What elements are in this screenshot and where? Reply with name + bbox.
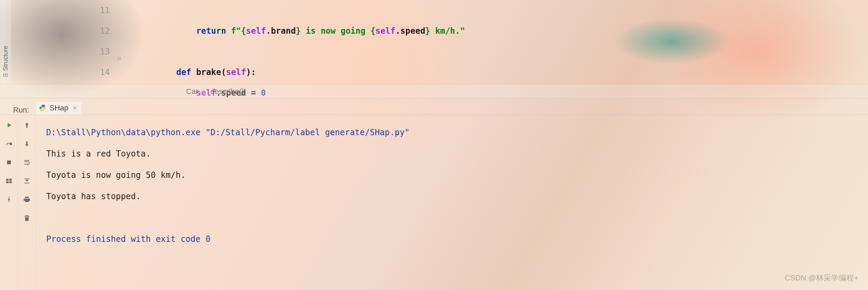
breadcrumb[interactable]: Car › describe() <box>0 84 868 98</box>
line-number[interactable]: 11 <box>100 0 110 21</box>
print-button[interactable] <box>22 195 32 204</box>
line-number[interactable]: 14 <box>100 62 110 83</box>
soft-wrap-button[interactable] <box>22 158 32 167</box>
line-number[interactable]: 13⊟ <box>100 41 110 62</box>
chevron-right-icon: › <box>203 87 205 96</box>
down-arrow-icon[interactable] <box>22 139 32 149</box>
structure-tool-window-button[interactable]: ⠿Structure <box>0 0 11 84</box>
code-editor[interactable]: ⠿Structure 11 12 13⊟ 14 return f"{self.b… <box>0 0 868 84</box>
console-command: D:\Stall\Python\data\python.exe "D:/Stal… <box>46 122 868 143</box>
fold-toggle-icon[interactable]: ⊟ <box>118 48 123 54</box>
console-line: Toyota has stopped. <box>46 186 868 207</box>
stop-button[interactable] <box>4 158 14 167</box>
line-number-gutter[interactable]: 11 12 13⊟ 14 <box>11 0 130 84</box>
python-file-icon <box>39 104 47 112</box>
settings-button[interactable] <box>4 139 14 149</box>
line-number[interactable]: 12 <box>100 21 110 41</box>
console-line <box>46 207 868 228</box>
console-line: Toyota is now going 50 km/h. <box>46 164 868 186</box>
run-tool-window: Run: SHap × <box>0 98 868 290</box>
breadcrumb-class[interactable]: Car <box>186 87 198 96</box>
run-config-tab[interactable]: SHap × <box>35 101 82 115</box>
run-toolbar-primary <box>0 115 18 290</box>
scroll-to-end-button[interactable] <box>22 176 32 186</box>
breadcrumb-method[interactable]: describe() <box>211 87 244 96</box>
console-line: This is a red Toyota. <box>46 143 868 164</box>
pin-button[interactable] <box>4 195 14 204</box>
run-label: Run: <box>13 106 29 115</box>
close-icon[interactable]: × <box>73 104 77 112</box>
run-toolbar-secondary <box>18 115 36 290</box>
run-tab-name: SHap <box>49 104 68 112</box>
rerun-button[interactable] <box>4 120 14 130</box>
trash-button[interactable] <box>22 213 32 223</box>
layout-button[interactable] <box>4 176 14 186</box>
up-arrow-icon[interactable] <box>22 120 32 130</box>
code-content[interactable]: return f"{self.brand} is now going {self… <box>130 0 868 84</box>
console-exit: Process finished with exit code 0 <box>46 228 868 250</box>
console-output[interactable]: D:\Stall\Python\data\python.exe "D:/Stal… <box>36 115 868 290</box>
svg-rect-0 <box>7 161 11 164</box>
watermark: CSDN @林采学编程+ <box>785 273 858 283</box>
